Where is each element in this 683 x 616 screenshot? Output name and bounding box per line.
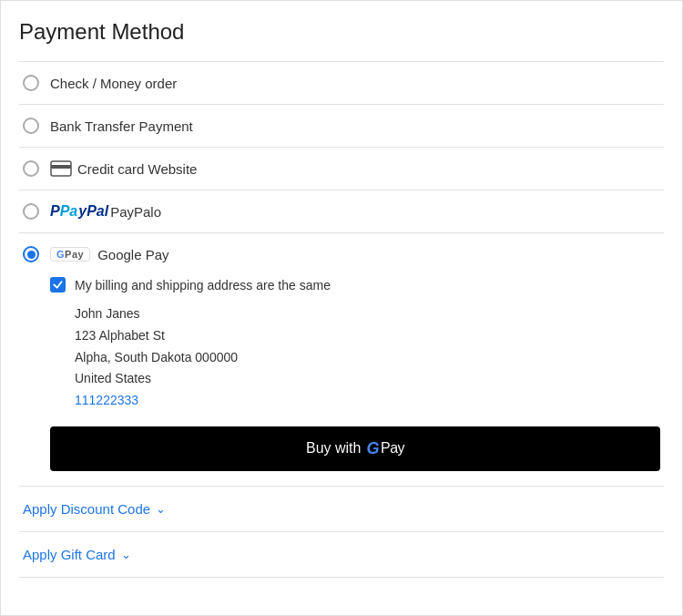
billing-name: John Janes [75, 303, 660, 325]
apply-gift-card-section[interactable]: Apply Gift Card ⌄ [19, 532, 664, 578]
discount-chevron-icon: ⌄ [156, 502, 166, 516]
apply-discount-section[interactable]: Apply Discount Code ⌄ [19, 487, 664, 532]
radio-check[interactable] [23, 75, 39, 91]
radio-googlepay[interactable] [23, 246, 39, 262]
gpay-badge-icon: G Pay [50, 247, 90, 262]
radio-paypal[interactable] [23, 203, 39, 220]
payment-label-check: Check / Money order [50, 76, 177, 91]
apply-discount-label: Apply Discount Code [23, 501, 150, 517]
billing-same-label: My billing and shipping address are the … [75, 278, 331, 293]
paypal-icon: PP ayPal [50, 203, 108, 220]
payment-container: Payment Method Check / Money order Bank … [0, 0, 683, 616]
payment-label-paypal: PayPalo [110, 204, 161, 220]
billing-same-checkbox[interactable] [50, 277, 66, 293]
billing-address1: 123 Alphabet St [75, 325, 660, 347]
billing-address2: Alpha, South Dakota 000000 [75, 347, 660, 369]
radio-bank[interactable] [23, 118, 39, 134]
payment-option-check[interactable]: Check / Money order [19, 61, 664, 105]
payment-label-googlepay: Google Pay [97, 247, 168, 262]
payment-option-credit[interactable]: Credit card Website [19, 148, 664, 190]
gpay-button-logo: GPay [366, 439, 404, 458]
payment-option-paypal[interactable]: PP ayPal PayPalo [19, 190, 664, 233]
radio-credit[interactable] [23, 160, 39, 177]
payment-label-credit: Credit card Website [77, 161, 197, 177]
googlepay-details: My billing and shipping address are the … [19, 266, 664, 487]
gift-card-chevron-icon: ⌄ [121, 548, 131, 561]
buy-with-gpay-button[interactable]: Buy with GPay [50, 426, 660, 471]
billing-phone[interactable]: 111222333 [75, 390, 660, 412]
billing-same-address-row[interactable]: My billing and shipping address are the … [50, 277, 660, 293]
payment-label-bank: Bank Transfer Payment [50, 118, 193, 134]
credit-card-icon [50, 160, 72, 177]
payment-option-googlepay[interactable]: G Pay Google Pay [19, 233, 664, 266]
address-block: John Janes 123 Alphabet St Alpha, South … [75, 303, 660, 412]
svg-rect-1 [51, 165, 71, 169]
page-title: Payment Method [19, 19, 664, 45]
billing-country: United States [75, 368, 660, 390]
buy-with-text: Buy with [306, 440, 361, 457]
apply-gift-card-label: Apply Gift Card [23, 547, 116, 562]
payment-option-bank[interactable]: Bank Transfer Payment [19, 105, 664, 148]
